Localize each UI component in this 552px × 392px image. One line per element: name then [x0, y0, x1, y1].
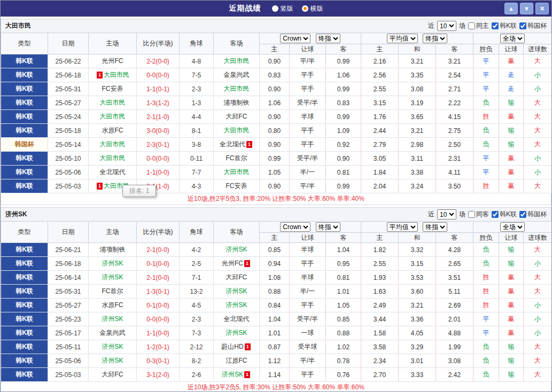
final-odds-select[interactable]: 终指: [316, 34, 340, 43]
bookmaker-select[interactable]: Crown: [280, 34, 310, 43]
bookmaker-home-odds: 0.80: [260, 124, 290, 138]
final-odds-select[interactable]: 终指: [316, 222, 340, 232]
match-row: 韩K联 25-05-03 大邱FC 3-1(2-0) 2-6 济州SK1 1.1…: [1, 368, 552, 382]
recent-count-select[interactable]: 10: [437, 209, 456, 219]
league-cup-filter[interactable]: 韩国杯: [519, 21, 547, 30]
average-away-odds: 3.51: [436, 271, 473, 285]
result-cell: 平: [473, 312, 499, 326]
average-home-odds: 1.82: [361, 243, 399, 257]
date-cell: 25-05-14: [48, 138, 89, 152]
average-away-odds: 3.21: [436, 54, 473, 68]
result-cell: 负: [473, 138, 499, 152]
home-rank-badge: 1: [97, 183, 103, 190]
recent-count-select[interactable]: 10: [437, 21, 456, 31]
away-team-cell: 济州SK1: [214, 368, 260, 382]
average-select[interactable]: 平均值: [387, 222, 418, 232]
view-horizontal-radio[interactable]: 横版: [302, 4, 323, 13]
away-team-name: 济州SK: [226, 287, 247, 295]
match-row: 韩国杯 25-05-14 大田市民 2-3(0-1) 3-8 全北现代1 0.9…: [1, 138, 552, 152]
same-home-checkbox[interactable]: [468, 22, 475, 29]
move-up-button[interactable]: ▲: [504, 3, 518, 14]
average-away-odds: 4.11: [436, 166, 473, 179]
average-draw-odds: 2.98: [399, 138, 436, 152]
away-team-name: 大田市民: [224, 85, 250, 92]
corners-cell: 0-11: [180, 152, 214, 166]
league-kleague-checkbox[interactable]: [492, 22, 499, 29]
match-row: 韩K联 25-05-31 FC安养 1-1(0-1) 2-3 大田市民 0.90…: [1, 82, 552, 96]
average-away-odds: 5.11: [436, 285, 473, 299]
average-away-odds: 2.71: [436, 82, 473, 96]
league-cell: 韩K联: [1, 166, 48, 179]
handicap-result-cell: 输: [499, 96, 524, 110]
league-cup-filter[interactable]: 韩国杯: [519, 210, 547, 219]
bookmaker-select[interactable]: Crown: [280, 222, 310, 232]
corners-cell: 3-8: [180, 138, 214, 152]
fullmatch-select[interactable]: 全场: [500, 34, 525, 43]
radio-icon: [302, 5, 308, 12]
league-cup-checkbox[interactable]: [519, 211, 526, 218]
average-draw-odds: 3.21: [399, 124, 436, 138]
average-away-odds: 2.54: [436, 68, 473, 82]
handicap-result-cell: 输: [499, 340, 524, 354]
bookmaker-handicap: 半球: [290, 243, 326, 257]
home-team-name: 济州SK: [102, 273, 123, 281]
away-team-name: 大邱FC: [226, 113, 247, 120]
league-kleague-checkbox[interactable]: [492, 211, 499, 218]
arrow-down-icon: ▼: [524, 5, 530, 12]
average-draw-odds: 3.15: [399, 257, 436, 271]
history-filters: 近 10 场 同主 韩K联 韩国杯: [428, 21, 547, 31]
league-cell: 韩K联: [1, 96, 48, 110]
view-vertical-radio[interactable]: 竖版: [272, 4, 293, 13]
average-away-odds: 3.08: [436, 354, 473, 368]
bookmaker-home-odds: 0.88: [260, 285, 290, 299]
match-row: 韩K联 25-05-17 金泉尚武 1-1(0-0) 7-3 济州SK 1.01…: [1, 326, 552, 340]
same-away-checkbox[interactable]: [468, 211, 475, 218]
match-row: 韩K联 25-06-21 浦项制铁 2-1(0-0) 4-2 济州SK 0.85…: [1, 243, 552, 257]
away-team-cell: 大田市民: [214, 82, 260, 96]
bookmaker-handicap: 平/半: [290, 179, 326, 193]
close-button[interactable]: ×: [535, 3, 549, 14]
league-cell: 韩K联: [1, 257, 48, 271]
average-away-odds: 2.50: [436, 138, 473, 152]
goals-result-cell: 大: [524, 271, 552, 285]
handicap-result-cell: 输: [499, 368, 524, 382]
score-cell: 0-3(0-1): [137, 354, 180, 368]
average-home-odds: 3.05: [361, 152, 399, 166]
bookmaker-home-odds: 0.90: [260, 138, 290, 152]
league-kleague-filter[interactable]: 韩K联: [492, 21, 517, 30]
match-row: 韩K联 25-06-22 光州FC 2-2(0-0) 4-8 大田市民 0.90…: [1, 54, 552, 68]
score-cell: 3-0(0-0): [137, 124, 180, 138]
league-cup-checkbox[interactable]: [519, 22, 526, 29]
score-cell: 2-1(0-0): [137, 271, 180, 285]
average-away-odds: 2.42: [436, 368, 473, 382]
bookmaker-home-odds: 1.01: [260, 326, 290, 340]
final-odds-select[interactable]: 终指: [423, 222, 447, 232]
league-kleague-filter[interactable]: 韩K联: [492, 210, 517, 219]
final-odds-select[interactable]: 终指: [423, 34, 447, 43]
corners-cell: 7-3: [180, 326, 214, 340]
handicap-result-cell: 走: [499, 82, 524, 96]
date-cell: 25-06-21: [48, 243, 89, 257]
bookmaker-odds-group: Crown 终指: [260, 222, 361, 233]
away-team-name: 济州SK: [226, 329, 247, 336]
average-select[interactable]: 平均值: [387, 34, 418, 43]
league-cell: 韩K联: [1, 340, 48, 354]
average-home-odds: 2.04: [361, 179, 399, 193]
fullmatch-select[interactable]: 全场: [500, 222, 525, 232]
bookmaker-away-odds: 0.85: [326, 312, 361, 326]
date-cell: 25-05-27: [48, 96, 89, 110]
same-home-filter[interactable]: 同主: [468, 21, 489, 30]
goals-result-cell: 小: [524, 82, 552, 96]
average-away-odds: 3.50: [436, 179, 473, 193]
handicap-result-cell: 赢: [499, 110, 524, 124]
league-cell: 韩K联: [1, 285, 48, 299]
away-team-cell: 大邱FC: [214, 110, 260, 124]
move-down-button[interactable]: ▼: [520, 3, 533, 14]
bookmaker-home-odds: 0.99: [260, 152, 290, 166]
bookmaker-handicap: 受半球: [290, 340, 326, 354]
corners-cell: 7-5: [180, 68, 214, 82]
average-odds-group: 平均值 终指: [361, 222, 473, 233]
same-away-filter[interactable]: 同客: [468, 210, 489, 219]
match-row: 韩K联 25-05-27 大田市民 1-3(1-2) 1-3 浦项制铁 1.06…: [1, 96, 552, 110]
home-team-name: 浦项制铁: [100, 246, 126, 253]
